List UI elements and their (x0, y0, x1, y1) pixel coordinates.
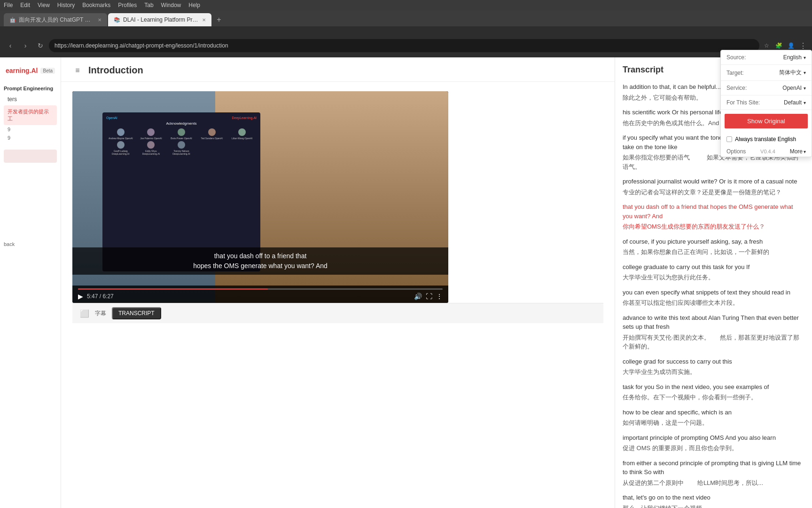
forward-button[interactable]: › (19, 39, 32, 52)
transcript-entry-8: advance to write this text about Alan Tu… (623, 313, 804, 351)
transcript-zh-11: 如何请晰明确，这是一个问题。 (623, 418, 804, 428)
video-controls: ▶ 5:47 / 6:27 🔊 ⛶ ⋮ (72, 286, 448, 303)
time-display: 5:47 / 6:27 (87, 293, 114, 300)
transcript-en-10: task for you So in the next video, you s… (623, 382, 804, 392)
new-tab-button[interactable]: + (212, 13, 226, 26)
browser-chrome: File Edit View History Bookmarks Profile… (0, 0, 812, 34)
popup-source-row: Source: English ▾ (721, 50, 812, 65)
more-options-button[interactable]: ⋮ (436, 293, 443, 300)
reload-button[interactable]: ↻ (34, 39, 47, 52)
popup-target-value[interactable]: 简体中文 ▾ (779, 69, 806, 77)
target-value-text: 简体中文 (779, 69, 802, 77)
menu-file[interactable]: File (4, 2, 13, 8)
address-text: https://learn.deeplearning.ai/chatgpt-pr… (55, 42, 228, 49)
transcript-en-7: you can even specify what snippets of te… (623, 288, 804, 297)
menu-profiles[interactable]: Profiles (118, 2, 137, 8)
popup-options[interactable]: Options (726, 148, 746, 155)
controls-left: ▶ 5:47 / 6:27 (78, 293, 114, 300)
caption-bar: ⬜ 字幕 TRANSCRIPT (72, 303, 603, 323)
transcript-en-9: college grad for success to carry out th… (623, 357, 804, 366)
sidebar-back[interactable]: back (0, 240, 61, 248)
team-grid: Andrew Mayne OpenAI Joe Palermo OpenAI B… (106, 128, 257, 155)
progress-bar[interactable] (78, 288, 443, 290)
menu-window[interactable]: Window (161, 2, 181, 8)
bookmark-icon[interactable]: ☆ (761, 40, 772, 51)
sidebar-sub-2[interactable]: 9 (4, 134, 57, 142)
subtitle-line1: that you dash off to a friend that (80, 251, 441, 261)
transcript-entry-14: that, let's go on to the next video 那么，让… (623, 493, 804, 508)
tab-close-chatgpt[interactable]: ✕ (98, 17, 102, 23)
caption-square-icon: ⬜ (80, 309, 89, 318)
menu-help[interactable]: Help (188, 2, 200, 8)
transcript-en-5: of course, if you picture yourself askin… (623, 237, 804, 246)
transcript-en-12: important principle of prompting OMS And… (623, 433, 804, 443)
popup-more-button[interactable]: More ▾ (790, 148, 806, 155)
tab-bar: 🤖 面向开发人员的 ChatGPT 提示… ✕ 📚 DLAI - Learnin… (0, 10, 812, 26)
member-1: Andrew Mayne OpenAI (106, 128, 135, 140)
transcript-en-6: college graduate to carry out this task … (623, 262, 804, 272)
transcript-zh-6: 大学毕业生可以为您执行此任务。 (623, 273, 804, 282)
member-8: Tommy Nelson DeepLearning.AI (167, 141, 196, 155)
popup-more-row: Options V0.4.4 More ▾ (721, 146, 812, 157)
back-button[interactable]: ‹ (4, 39, 17, 52)
menu-toggle-icon[interactable]: ≡ (72, 65, 83, 76)
menu-tab[interactable]: Tab (144, 2, 153, 8)
sidebar-item-highlight[interactable] (4, 150, 57, 163)
popup-source-value[interactable]: English ▾ (783, 54, 806, 61)
popup-target-label: Target: (726, 70, 744, 76)
logo-text: earning.Al (6, 67, 38, 74)
menu-view[interactable]: View (38, 2, 50, 8)
total-time: 6:27 (102, 293, 113, 300)
transcript-zh-9: 大学毕业生为成功而实施。 (623, 367, 804, 377)
popup-service-value[interactable]: OpenAI ▾ (782, 85, 806, 91)
sidebar-sub-1[interactable]: 9 (4, 125, 57, 134)
page-title: Introduction (88, 65, 143, 76)
more-chevron-icon: ▾ (804, 149, 806, 154)
member-3: Boris Power OpenAI (167, 128, 196, 140)
sidebar-nav: ters 开发者提供的提示工 9 9 (0, 93, 61, 142)
beta-badge: Beta (40, 68, 55, 74)
tab-favicon: 🤖 (9, 17, 16, 23)
menu-history[interactable]: History (57, 2, 75, 8)
acknowledgments-title: Acknowledgments (106, 121, 257, 126)
tab-chatgpt[interactable]: 🤖 面向开发人员的 ChatGPT 提示… ✕ (4, 13, 107, 26)
sidebar-item-prompt[interactable]: 开发者提供的提示工 (4, 105, 57, 125)
menu-bookmarks[interactable]: Bookmarks (82, 2, 110, 8)
show-original-row: Show Original (721, 110, 812, 132)
page-area: ≡ Introduction OpenAI DeepLearning.AI (61, 57, 615, 508)
address-bar-row: ‹ › ↻ https://learn.deeplearning.ai/chat… (0, 34, 812, 57)
tab-title-dlai: DLAI - Learning Platform Pro… (123, 16, 199, 23)
transcript-zh-7: 你甚至可以指定他们应阅读哪些文本片段。 (623, 298, 804, 308)
tab-dlai[interactable]: 📚 DLAI - Learning Platform Pro… ✕ (108, 13, 211, 26)
controls-right: 🔊 ⛶ ⋮ (414, 293, 443, 300)
member-2: Joe Palermo OpenAI (137, 128, 166, 140)
deeplearning-label: DeepLearning.AI (232, 116, 257, 119)
forsite-chevron-icon: ▾ (804, 100, 806, 105)
popup-service-label: Service: (726, 85, 747, 91)
settings-icon[interactable]: ⋮ (798, 40, 808, 51)
menu-edit[interactable]: Edit (20, 2, 30, 8)
volume-button[interactable]: 🔊 (414, 293, 422, 300)
always-translate-checkbox[interactable] (726, 136, 732, 142)
progress-fill (78, 288, 268, 290)
transcript-button[interactable]: TRANSCRIPT (112, 307, 161, 319)
sidebar: earning.Al Beta Prompt Engineering ters … (0, 57, 61, 508)
account-icon[interactable]: 👤 (786, 40, 796, 51)
extensions-icon[interactable]: 🧩 (773, 40, 784, 51)
transcript-zh-3: 专业的记者会写这样的文章？还是更像是一份随意的笔记？ (623, 188, 804, 197)
tab-close-dlai[interactable]: ✕ (202, 17, 206, 23)
transcript-zh-4: 你向希望OMS生成你想要的东西的朋友发送了什么？ (623, 222, 804, 231)
transcript-en-3: professional journalist would write? Or … (623, 177, 804, 186)
forsite-value-text: Default (784, 99, 802, 106)
translation-popup: Source: English ▾ Target: 简体中文 ▾ Service… (720, 50, 812, 157)
fullscreen-button[interactable]: ⛶ (426, 293, 432, 300)
popup-forsite-value[interactable]: Default ▾ (784, 99, 806, 106)
transcript-entry-12: important principle of prompting OMS And… (623, 433, 804, 453)
transcript-entry-4: that you dash off to a friend that hopes… (623, 202, 804, 231)
show-original-button[interactable]: Show Original (725, 114, 808, 128)
sidebar-item-ters[interactable]: ters (4, 93, 57, 105)
transcript-en-14: that, let's go on to the next video (623, 493, 804, 502)
play-button[interactable]: ▶ (78, 293, 83, 300)
address-bar[interactable]: https://learn.deeplearning.ai/chatgpt-pr… (49, 39, 759, 52)
transcript-entry-5: of course, if you picture yourself askin… (623, 237, 804, 257)
